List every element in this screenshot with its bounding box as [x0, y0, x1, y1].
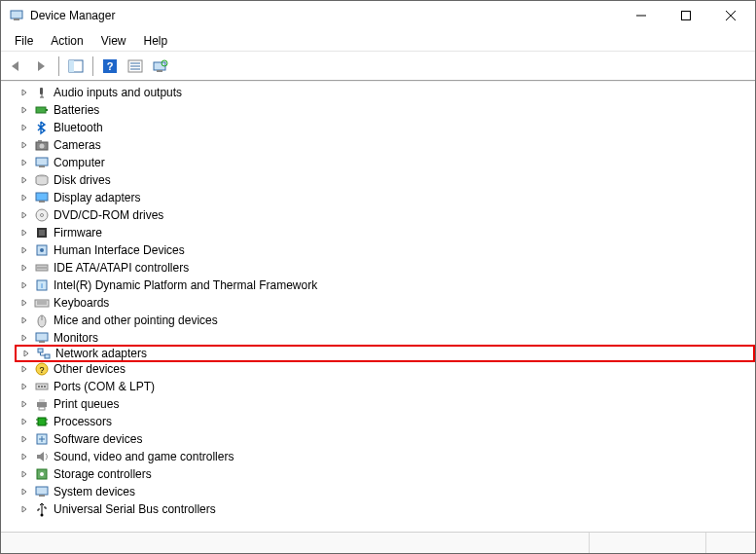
toolbar-separator [58, 56, 59, 76]
chevron-right-icon[interactable] [18, 139, 30, 151]
chevron-right-icon[interactable] [20, 348, 32, 359]
chevron-right-icon[interactable] [18, 398, 30, 410]
display-icon [34, 190, 50, 205]
titlebar: Device Manager [1, 1, 755, 30]
scan-hardware-icon [153, 59, 168, 73]
tree-item-display[interactable]: Display adapters [15, 189, 755, 206]
help-button[interactable]: ? [98, 55, 122, 78]
tree-item-bluetooth[interactable]: Bluetooth [15, 119, 755, 136]
chevron-right-icon[interactable] [18, 468, 30, 480]
chevron-right-icon[interactable] [18, 297, 30, 309]
svg-rect-7 [69, 60, 74, 72]
tree-item-other[interactable]: ?Other devices [15, 360, 755, 378]
tree-item-label: Universal Serial Bus controllers [54, 502, 216, 516]
tree-item-intel[interactable]: iIntel(R) Dynamic Platform and Thermal F… [15, 277, 755, 294]
svg-text:?: ? [107, 60, 114, 72]
svg-rect-24 [39, 166, 45, 167]
tree-item-hid[interactable]: Human Interface Devices [15, 241, 755, 259]
menu-help[interactable]: Help [136, 32, 176, 50]
svg-rect-53 [37, 402, 47, 407]
svg-rect-64 [36, 487, 48, 495]
tree-item-camera[interactable]: Cameras [15, 136, 755, 154]
chevron-right-icon[interactable] [18, 209, 30, 221]
tree-item-audio[interactable]: Audio inputs and outputs [15, 84, 755, 101]
svg-rect-0 [11, 11, 22, 18]
chevron-right-icon[interactable] [18, 416, 30, 427]
svg-rect-26 [36, 193, 48, 201]
chevron-right-icon[interactable] [18, 227, 30, 239]
svg-rect-27 [39, 201, 45, 203]
svg-point-51 [41, 386, 43, 388]
tree-item-label: Audio inputs and outputs [54, 86, 182, 99]
tree-item-label: Batteries [54, 103, 99, 117]
svg-point-50 [38, 386, 40, 388]
chevron-right-icon[interactable] [18, 433, 30, 445]
sound-icon [34, 449, 50, 464]
tree-item-software[interactable]: Software devices [15, 430, 755, 448]
tree-item-label: Bluetooth [54, 121, 103, 134]
minimize-button[interactable] [619, 1, 664, 30]
tree-item-firmware[interactable]: Firmware [15, 224, 755, 241]
chevron-right-icon[interactable] [18, 104, 30, 116]
tree-item-network[interactable]: Network adapters [15, 345, 755, 362]
chevron-right-icon[interactable] [18, 279, 30, 291]
chevron-right-icon[interactable] [18, 87, 30, 98]
printer-icon [34, 396, 50, 412]
chevron-right-icon[interactable] [18, 192, 30, 203]
svg-rect-31 [39, 230, 45, 236]
tree-item-mouse[interactable]: Mice and other pointing devices [15, 312, 755, 329]
chevron-right-icon[interactable] [18, 174, 30, 186]
chevron-right-icon[interactable] [18, 363, 30, 375]
tree-item-sound[interactable]: Sound, video and game controllers [15, 448, 755, 465]
tree-item-storage[interactable]: Storage controllers [15, 465, 755, 483]
tree-item-ide[interactable]: IDE ATA/ATAPI controllers [15, 259, 755, 277]
battery-icon [34, 102, 50, 118]
properties-button[interactable] [124, 55, 147, 78]
menu-action[interactable]: Action [43, 32, 90, 50]
chevron-right-icon[interactable] [18, 451, 30, 462]
chevron-right-icon[interactable] [18, 122, 30, 133]
chevron-right-icon[interactable] [18, 486, 30, 498]
tree-item-label: Disk drives [54, 173, 111, 187]
tree-item-usb[interactable]: Universal Serial Bus controllers [15, 500, 755, 518]
svg-point-63 [40, 472, 44, 476]
tree-item-cpu[interactable]: Processors [15, 413, 755, 430]
menu-file[interactable]: File [7, 32, 41, 50]
window-controls [619, 1, 753, 30]
scan-hardware-button[interactable] [149, 55, 172, 78]
firmware-icon [34, 225, 50, 240]
chevron-right-icon[interactable] [18, 262, 30, 274]
back-button[interactable] [5, 55, 28, 78]
chevron-right-icon[interactable] [18, 332, 30, 344]
tree-item-system[interactable]: System devices [15, 483, 755, 500]
tree-item-keyboard[interactable]: Keyboards [15, 294, 755, 312]
monitor-icon [34, 330, 50, 346]
maximize-button[interactable] [664, 1, 708, 30]
tree-item-battery[interactable]: Batteries [15, 101, 755, 119]
forward-button[interactable] [30, 55, 54, 78]
svg-rect-17 [40, 88, 43, 94]
tree-item-disk[interactable]: Disk drives [15, 171, 755, 189]
show-hide-tree-button[interactable] [64, 55, 88, 78]
chevron-right-icon[interactable] [18, 381, 30, 392]
toolbar-separator [92, 56, 93, 76]
svg-point-29 [41, 214, 44, 217]
tree-item-dvd[interactable]: DVD/CD-ROM drives [15, 206, 755, 224]
content-area: Audio inputs and outputsBatteriesBluetoo… [1, 81, 755, 532]
tree-item-label: Ports (COM & LPT) [54, 380, 155, 393]
device-tree[interactable]: Audio inputs and outputsBatteriesBluetoo… [1, 82, 755, 532]
computer-icon [34, 155, 50, 170]
chevron-right-icon[interactable] [18, 157, 30, 168]
chevron-right-icon[interactable] [18, 244, 30, 256]
close-button[interactable] [708, 1, 753, 30]
network-icon [36, 346, 52, 361]
tree-item-label: Keyboards [54, 296, 109, 310]
chevron-right-icon[interactable] [18, 503, 30, 515]
chevron-right-icon[interactable] [18, 314, 30, 326]
status-cell [706, 533, 755, 553]
menu-view[interactable]: View [93, 32, 134, 50]
tree-item-printer[interactable]: Print queues [15, 395, 755, 413]
tree-item-computer[interactable]: Computer [15, 154, 755, 171]
tree-item-label: Other devices [54, 362, 126, 376]
tree-item-ports[interactable]: Ports (COM & LPT) [15, 378, 755, 395]
